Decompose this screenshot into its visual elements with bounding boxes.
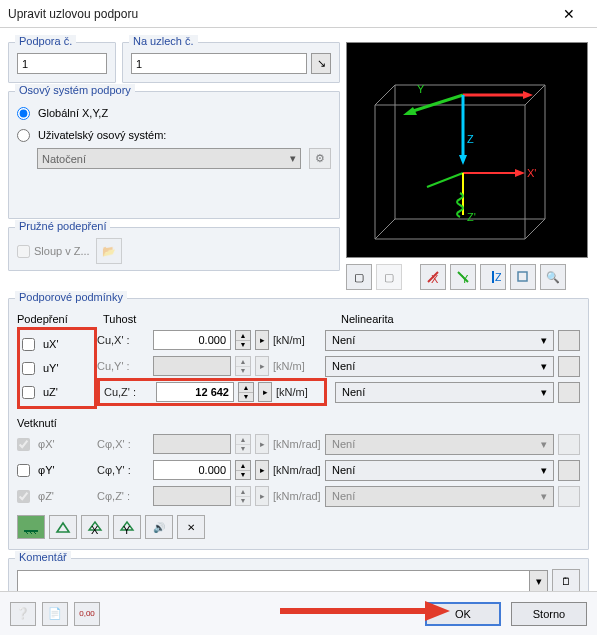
svg-text:X: X [431,273,439,285]
combo-nl-phiz: Není▾ [325,486,554,507]
radio-global-xyz[interactable]: Globální X,Y,Z [17,102,331,124]
unit-cphiy: [kNm/rad] [273,464,321,476]
svg-marker-10 [459,155,467,165]
input-cuy [153,356,231,376]
spinner-cux[interactable]: ▲▼ [235,330,251,350]
combo-nl-uy[interactable]: Není▾ [325,356,554,377]
input-on-nodes[interactable] [131,53,307,74]
combo-nl-phiy[interactable]: Není▾ [325,460,554,481]
support-roller-y-button[interactable]: Y [113,515,141,539]
view-mode-1-button[interactable]: ▢ [346,264,372,290]
svg-text:Z: Z [467,133,474,145]
dialog-footer: ❔ 📄 0,00 OK Storno [0,591,597,635]
view-x-button[interactable]: X [420,264,446,290]
svg-text:Y: Y [461,273,469,285]
nl-edit-phiy[interactable] [558,460,580,481]
support-fixed-button[interactable] [17,515,45,539]
svg-text:Z': Z' [467,211,476,223]
header-rotation: Vetknutí [17,417,580,429]
stepout-cphiy[interactable]: ▸ [255,460,269,480]
label-axis-system: Osový systém podpory [15,84,135,96]
help-button[interactable]: ❔ [10,602,36,626]
check-phiy[interactable]: φY' [17,464,93,477]
unit-cuz: [kN/m] [276,386,320,398]
combo-nl-ux[interactable]: Není▾ [325,330,554,351]
view-iso-button[interactable] [510,264,536,290]
chevron-down-icon[interactable]: ▾ [529,571,547,591]
cancel-button[interactable]: Storno [511,602,587,626]
combo-nl-uz[interactable]: Není▾ [335,382,554,403]
input-cphiz [153,486,231,506]
check-uy[interactable]: uY' [22,356,98,380]
details-button[interactable]: 📄 [42,602,68,626]
svg-line-15 [427,173,463,187]
stepout-cphiz: ▸ [255,486,269,506]
view-mode-2-button[interactable]: ▢ [376,264,402,290]
svg-text:X: X [91,524,99,534]
nl-edit-phix [558,434,580,455]
preview-toolbar: ▢ ▢ X Y Z 🔍 [346,264,588,290]
svg-line-0 [375,85,395,105]
titlebar: Upravit uzlovou podporu ✕ [0,0,597,28]
group-support-conditions: Podporové podmínky Podepření Tuhost Neli… [8,298,589,550]
stepout-cux[interactable]: ▸ [255,330,269,350]
nl-edit-phiz [558,486,580,507]
label-cux: Cu,X' : [97,334,149,346]
support-sound-button[interactable]: 🔊 [145,515,173,539]
support-clear-button[interactable]: ✕ [177,515,205,539]
input-comment[interactable] [18,571,529,591]
input-cphiy[interactable] [153,460,231,480]
support-type-toolbar: X Y 🔊 ✕ [17,515,580,539]
check-ux[interactable]: uX' [22,332,98,356]
header-stiffness: Tuhost [103,313,341,325]
combo-nl-phix: Není▾ [325,434,554,455]
highlight-cuz-row: Cu,Z' : ▲▼ ▸ [kN/m] [97,378,327,406]
nl-edit-ux[interactable] [558,330,580,351]
svg-line-7 [413,95,463,111]
stepout-cuz[interactable]: ▸ [258,382,272,402]
svg-marker-35 [425,601,450,621]
svg-text:X': X' [527,167,536,179]
group-support-no: Podpora č. [8,42,116,83]
combo-comment[interactable]: ▾ [17,570,548,592]
radio-user-axis[interactable]: Uživatelský osový systém: [17,124,331,146]
label-cphix: Cφ,X' : [97,438,149,450]
comment-pick-button[interactable]: 🗒 [552,569,580,593]
pick-nodes-button[interactable]: ↘ [311,53,331,74]
nl-edit-uy[interactable] [558,356,580,377]
group-axis-system: Osový systém podpory Globální X,Y,Z Uživ… [8,91,340,219]
header-restraint: Podepření [17,313,103,325]
view-z-button[interactable]: Z [480,264,506,290]
label-comment: Komentář [15,551,71,563]
svg-rect-24 [518,272,527,281]
close-button[interactable]: ✕ [549,2,589,26]
label-cphiz: Cφ,Z' : [97,490,149,502]
spring-settings-button: 📂 [96,238,122,264]
svg-text:Y: Y [123,524,131,534]
input-support-no[interactable] [17,53,107,74]
unit-cphiz: [kNm/rad] [273,490,321,502]
support-roller-x-button[interactable]: X [81,515,109,539]
spinner-cuy: ▲▼ [235,356,251,376]
preview-3d[interactable]: Y Z X' Z' [346,42,588,258]
view-y-button[interactable]: Y [450,264,476,290]
svg-line-3 [375,219,395,239]
label-cuy: Cu,Y' : [97,360,149,372]
input-cux[interactable] [153,330,231,350]
support-hinged-button[interactable] [49,515,77,539]
svg-line-2 [525,219,545,239]
unit-cphix: [kNm/rad] [273,438,321,450]
svg-text:Y: Y [417,83,425,95]
input-cuz[interactable] [156,382,234,402]
nl-edit-uz[interactable] [558,382,580,403]
spinner-cphiy[interactable]: ▲▼ [235,460,251,480]
label-cphiy: Cφ,Y' : [97,464,149,476]
spinner-cuz[interactable]: ▲▼ [238,382,254,402]
label-support-conditions: Podporové podmínky [15,291,127,303]
check-uz[interactable]: uZ' [22,380,98,404]
group-spring-support: Pružné podepření Sloup v Z... 📂 [8,227,340,271]
label-spring-support: Pružné podepření [15,220,110,232]
combo-rotation: Natočení▾ [37,148,301,169]
units-button[interactable]: 0,00 [74,602,100,626]
view-zoom-button[interactable]: 🔍 [540,264,566,290]
